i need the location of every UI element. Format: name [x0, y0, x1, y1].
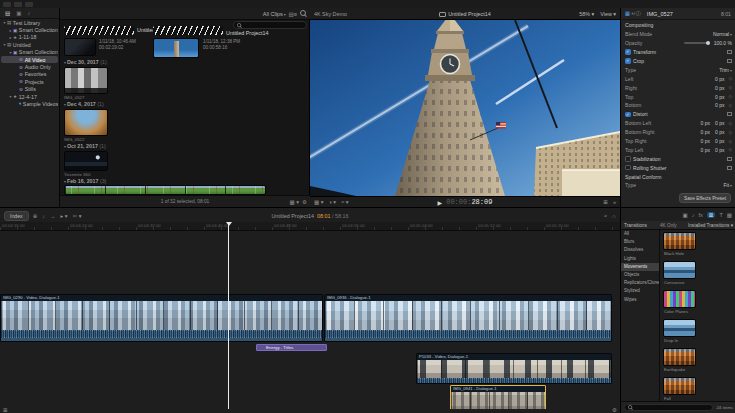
- param-value[interactable]: 0 px: [715, 85, 724, 91]
- param-value[interactable]: Fit: [723, 182, 732, 188]
- inspector-row[interactable]: Distort: [621, 110, 735, 119]
- transition-item[interactable]: Concourse: [663, 261, 699, 285]
- inspector-row[interactable]: Bottom 0 px: [621, 101, 735, 110]
- transition-thumbnail[interactable]: [663, 232, 696, 250]
- mask-icon[interactable]: [727, 112, 732, 116]
- transition-thumbnail[interactable]: [663, 261, 696, 279]
- channels-icon[interactable]: ◑ ▾: [329, 199, 337, 205]
- effects-icon[interactable]: fx: [699, 212, 703, 218]
- keyframe-icon[interactable]: [728, 130, 732, 135]
- transition-item[interactable]: Earthquake: [663, 348, 699, 372]
- param-value-y[interactable]: 0 px: [715, 147, 724, 153]
- keyframe-icon[interactable]: [728, 147, 732, 152]
- enable-checkbox[interactable]: [625, 58, 631, 64]
- clip-thumbnail[interactable]: [64, 151, 108, 171]
- transition-item[interactable]: Color Planes: [663, 290, 699, 314]
- titles-icon[interactable]: T: [719, 212, 722, 218]
- generators-icon[interactable]: ▦: [727, 212, 732, 218]
- transition-item[interactable]: Black Hole: [663, 232, 699, 256]
- sidebar-item[interactable]: ▾ ▣ Smart Collections: [1, 49, 58, 56]
- mask-icon[interactable]: [727, 157, 732, 161]
- inspector-row[interactable]: Top Left 0 px 0 px: [621, 145, 735, 154]
- music-icon[interactable]: ♪: [692, 212, 695, 218]
- transition-thumbnail[interactable]: [663, 319, 696, 337]
- sidebar-item[interactable]: ▸ ▣ Smart Collections: [1, 26, 58, 33]
- inspector-row[interactable]: Bottom Right 0 px 0 px: [621, 128, 735, 137]
- group-header[interactable]: ▾Oct 21, 2017 (1): [64, 143, 106, 149]
- category-item[interactable]: Dissolves: [621, 246, 659, 254]
- project-filmstrip-icon[interactable]: [153, 26, 223, 35]
- overlays-icon[interactable]: ≈ ▾: [341, 199, 348, 205]
- keyframe-icon[interactable]: [728, 121, 732, 126]
- sidebar-item[interactable]: ⚙ Favorites: [1, 71, 58, 78]
- info-tab-icon[interactable]: ⓘ: [636, 10, 641, 16]
- inspector-row[interactable]: Transform: [621, 48, 735, 57]
- mask-icon[interactable]: [727, 166, 732, 170]
- tool-select-icon[interactable]: ▸ ▾: [61, 213, 68, 219]
- sidebar-item[interactable]: ⚙ All Video: [1, 56, 58, 63]
- timeline-clip[interactable]: IMG_0936 - Dialogue-1: [324, 294, 612, 342]
- skimming-icon[interactable]: ≈: [604, 213, 607, 219]
- param-value[interactable]: 0 px: [701, 138, 710, 144]
- sidebar-item[interactable]: ⚙ Audio Only: [1, 63, 58, 70]
- category-item[interactable]: Stylized: [621, 287, 659, 295]
- group-header[interactable]: ▾Dec 30, 2017 (1): [64, 59, 107, 65]
- settings-icon[interactable]: ⚙: [302, 199, 307, 205]
- param-value-y[interactable]: 0 px: [715, 138, 724, 144]
- inspector-row[interactable]: Compositing: [621, 21, 735, 30]
- connect-icon[interactable]: ⊕: [33, 213, 38, 219]
- param-value[interactable]: 0 px: [715, 102, 724, 108]
- inspector-row[interactable]: Stabilization: [621, 154, 735, 163]
- clip-filter-popup[interactable]: All Clips▾: [263, 11, 286, 17]
- title-clip[interactable]: Energy - Titles: [256, 344, 327, 351]
- sidebar-toggle-button[interactable]: [3, 2, 11, 7]
- list-view-icon[interactable]: ≡: [294, 11, 297, 17]
- transition-item[interactable]: Drop-In: [663, 319, 699, 343]
- project-thumbnail[interactable]: [153, 38, 199, 58]
- clip-filmstrip[interactable]: [64, 185, 266, 195]
- param-value[interactable]: 0 px: [715, 94, 724, 100]
- clip-appearance-icon[interactable]: ▦ ▾: [314, 199, 324, 205]
- sidebar-item[interactable]: ⚙ Stills: [1, 86, 58, 93]
- transition-thumbnail[interactable]: [663, 348, 696, 366]
- inspector-row[interactable]: Blend Mode Normal: [621, 30, 735, 39]
- enable-checkbox[interactable]: [625, 165, 631, 171]
- param-value[interactable]: Normal: [713, 31, 732, 37]
- param-value[interactable]: 0 px: [701, 120, 710, 126]
- param-value-y[interactable]: 0 px: [715, 129, 724, 135]
- inspector-row[interactable]: Opacity 100.0 %: [621, 39, 735, 48]
- trim-icon[interactable]: ✂ ▾: [73, 213, 82, 219]
- clip-thumbnail[interactable]: [64, 109, 108, 136]
- keyframe-icon[interactable]: [728, 139, 732, 144]
- category-item[interactable]: Lights: [621, 255, 659, 263]
- browser-search-field[interactable]: [233, 21, 307, 29]
- timeline-clip-selected[interactable]: IMG_0941 - Dialogue-1: [450, 385, 546, 409]
- enable-checkbox[interactable]: [625, 49, 631, 55]
- inspector-row[interactable]: Spatial Conform: [621, 172, 735, 181]
- keyframe-icon[interactable]: [728, 85, 732, 90]
- timecode-display[interactable]: 00:00:28:09: [446, 198, 492, 206]
- clip-appearance-icon[interactable]: ▦ ▾: [290, 199, 300, 205]
- group-header[interactable]: ▾Dec 4, 2017 (1): [64, 101, 104, 107]
- param-value[interactable]: 0 px: [701, 147, 710, 153]
- param-value-y[interactable]: 0 px: [715, 120, 724, 126]
- insert-icon[interactable]: ↓: [42, 213, 45, 219]
- inspector-row[interactable]: Rolling Shutter: [621, 163, 735, 172]
- zoom-fit-icon[interactable]: ⊞: [3, 407, 8, 413]
- param-value[interactable]: 0 px: [715, 76, 724, 82]
- sidebar-item[interactable]: ▾ ★ 12-4-17: [1, 93, 58, 100]
- search-icon[interactable]: [300, 10, 307, 17]
- snapping-icon[interactable]: ∩: [612, 213, 616, 219]
- keyframe-icon[interactable]: [728, 103, 732, 108]
- save-effects-preset-button[interactable]: Save Effects Preset: [679, 193, 731, 203]
- filter-label[interactable]: 4K Only: [660, 223, 677, 228]
- inspector-row[interactable]: Top 0 px: [621, 92, 735, 101]
- fullscreen-icon[interactable]: »: [613, 199, 616, 205]
- installed-transitions-popup[interactable]: Installed Transitions ▾: [688, 223, 735, 228]
- inspector-row[interactable]: Bottom Left 0 px 0 px: [621, 119, 735, 128]
- inspector-row[interactable]: Type Trim: [621, 65, 735, 74]
- transition-thumbnail[interactable]: [663, 290, 696, 308]
- timeline-clip[interactable]: P1033 - Video, Dialogue-1: [416, 353, 612, 384]
- append-icon[interactable]: →: [50, 213, 56, 219]
- transition-item[interactable]: Fall: [663, 377, 699, 401]
